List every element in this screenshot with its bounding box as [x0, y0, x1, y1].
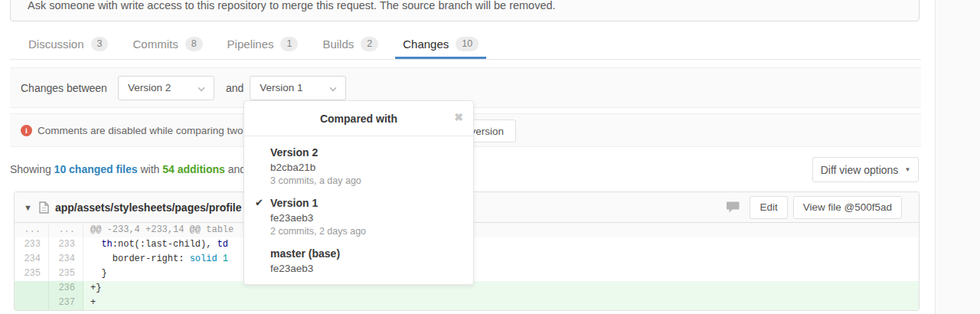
code-segment	[90, 239, 101, 250]
diff-summary-text: Showing 10 changed files with 54 additio…	[10, 163, 246, 175]
tab-count-badge: 3	[91, 37, 109, 51]
code-segment: @@ -233,4 +233,14 @@ table	[90, 224, 234, 235]
dropdown-title: Compared with	[320, 113, 397, 125]
dropdown-item-title: master (base)	[270, 247, 464, 261]
tab-changes[interactable]: Changes10	[395, 31, 486, 59]
diff-line-code: }	[83, 267, 919, 281]
dropdown-header: Compared with ✖	[244, 101, 473, 136]
comment-bubble-icon[interactable]	[727, 201, 740, 213]
old-line-number[interactable]: 235	[15, 267, 49, 281]
check-icon: ✔	[255, 197, 263, 208]
tab-builds[interactable]: Builds2	[315, 31, 386, 59]
new-line-number[interactable]: 233	[49, 237, 83, 252]
tab-discussion[interactable]: Discussion3	[21, 31, 116, 59]
changed-files-link[interactable]: 10 changed files	[54, 163, 138, 175]
code-segment	[217, 253, 223, 264]
compare-and-label: and	[226, 82, 243, 94]
close-icon[interactable]: ✖	[454, 112, 463, 123]
new-line-number[interactable]: ...	[49, 223, 83, 237]
dropdown-item-sha: b2cba21b	[270, 160, 464, 175]
version-select-right[interactable]: Version 1	[250, 76, 346, 100]
file-path: app/assets/stylesheets/pages/profile	[55, 201, 242, 214]
code-segment: border-right:	[90, 253, 190, 264]
code-segment: +}	[90, 283, 101, 293]
file-document-icon	[39, 201, 49, 214]
code-segment: td	[217, 239, 228, 250]
tab-commits[interactable]: Commits8	[125, 31, 210, 59]
merge-request-page: Ask someone with write access to this re…	[0, 0, 980, 314]
compared-with-dropdown: Compared with ✖ Version 2b2cba21b3 commi…	[243, 100, 474, 285]
diff-line-code: +}	[83, 281, 919, 296]
dropdown-item[interactable]: master (base)fe23aeb3	[244, 247, 473, 284]
merge-widget-alert: Ask someone with write access to this re…	[10, 0, 920, 21]
code-segment: +	[90, 297, 96, 308]
old-line-number[interactable]	[15, 296, 49, 310]
dropdown-item[interactable]: Version 2b2cba21b3 commits, a day ago	[244, 146, 473, 196]
chevron-down-icon	[330, 84, 337, 91]
tab-label: Builds	[322, 38, 354, 51]
new-line-number[interactable]: 234	[49, 252, 83, 267]
tab-count-badge: 10	[456, 37, 479, 51]
tab-label: Commits	[132, 38, 178, 51]
dropdown-item-sha: fe23aeb3	[270, 211, 464, 225]
old-line-number[interactable]: ...	[15, 223, 49, 237]
compare-label: Changes between	[21, 82, 107, 94]
version-select-right-value: Version 1	[260, 82, 302, 93]
caret-down-icon: ▼	[904, 166, 910, 173]
additions-count: 54 additions	[162, 163, 225, 175]
version-select-left[interactable]: Version 2	[118, 76, 214, 100]
old-line-number[interactable]	[15, 281, 49, 296]
dropdown-item-meta: 3 commits, a day ago	[270, 175, 464, 188]
dropdown-item-list: Version 2b2cba21b3 commits, a day ago✔Ve…	[244, 136, 473, 284]
new-line-number[interactable]: 237	[49, 296, 83, 310]
diff-line-code: border-right: solid 1	[83, 252, 919, 267]
version-select-left-value: Version 2	[128, 82, 171, 93]
code-segment: th	[101, 239, 112, 250]
tab-pipelines[interactable]: Pipelines1	[220, 31, 306, 59]
view-file-button[interactable]: View file @500f5ad	[793, 196, 902, 219]
code-segment: }	[90, 268, 107, 279]
new-line-number[interactable]: 236	[49, 281, 83, 296]
diff-view-options-button[interactable]: Diff view options ▼	[812, 157, 919, 182]
dropdown-item-title: Version 2	[270, 146, 464, 160]
diff-line-row: 237+	[15, 296, 919, 310]
code-segment: solid	[190, 253, 217, 264]
mr-tabs: Discussion3Commits8Pipelines1Builds2Chan…	[10, 31, 921, 60]
tab-label: Pipelines	[227, 38, 274, 51]
old-line-number[interactable]: 234	[15, 252, 49, 267]
chevron-down-icon	[198, 84, 204, 91]
merge-widget-alert-text: Ask someone with write access to this re…	[28, 0, 556, 11]
tab-count-badge: 2	[361, 37, 378, 51]
collapsed-right-sidebar	[935, 0, 980, 314]
dropdown-item-meta: 2 commits, 2 days ago	[270, 225, 464, 238]
code-segment: :not(:last-child),	[113, 239, 217, 250]
tab-label: Discussion	[28, 38, 84, 51]
summary-showing: Showing	[10, 163, 54, 175]
dropdown-item-title: Version 1	[270, 196, 464, 211]
diff-line-code: th:not(:last-child), td	[83, 237, 919, 252]
diff-view-options-label: Diff view options	[821, 164, 899, 176]
old-line-number[interactable]: 233	[15, 237, 49, 252]
info-circle-icon: i	[21, 125, 32, 136]
dropdown-item-sha: fe23aeb3	[270, 261, 464, 276]
diff-line-code: @@ -233,4 +233,14 @@ table	[83, 223, 919, 237]
dropdown-item[interactable]: ✔Version 1fe23aeb32 commits, 2 days ago	[244, 196, 473, 247]
file-header-actions: Edit View file @500f5ad	[727, 196, 902, 219]
diff-line-code: +	[83, 296, 919, 310]
new-line-number[interactable]: 235	[49, 267, 83, 281]
edit-file-button[interactable]: Edit	[750, 196, 787, 219]
tab-count-badge: 1	[280, 37, 298, 51]
tab-count-badge: 8	[185, 37, 203, 51]
tab-label: Changes	[403, 38, 449, 51]
summary-with: with	[138, 163, 163, 175]
collapse-file-caret-icon[interactable]: ▼	[24, 203, 32, 212]
code-segment: 1	[223, 253, 228, 264]
